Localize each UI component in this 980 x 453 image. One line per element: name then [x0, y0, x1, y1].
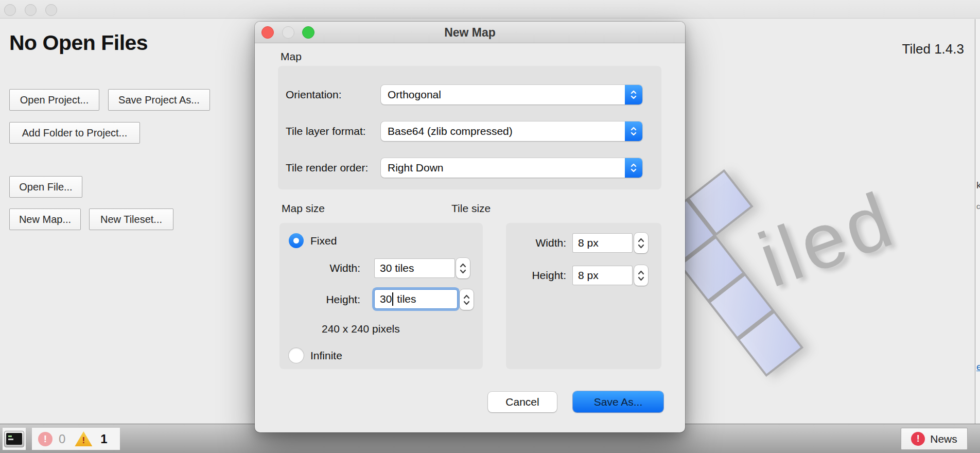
- dropdown-arrows-icon: [625, 158, 642, 178]
- app-version-label: Tiled 1.4.3: [902, 41, 964, 57]
- pixel-size-summary: 240 x 240 pixels: [322, 323, 400, 335]
- new-map-button[interactable]: New Map...: [9, 208, 81, 230]
- fixed-radio-label: Fixed: [310, 235, 337, 247]
- new-map-dialog: New Map Map Orientation: Orthogonal Tile…: [255, 22, 685, 432]
- map-width-input[interactable]: 30 tiles: [375, 259, 454, 277]
- issues-counter[interactable]: 0 1: [32, 428, 120, 450]
- map-group-label: Map: [281, 50, 302, 63]
- tile-width-input[interactable]: 8 px: [573, 234, 632, 252]
- map-width-stepper[interactable]: [456, 258, 470, 278]
- open-file-button[interactable]: Open File...: [9, 176, 82, 198]
- stepper-down-icon: [638, 276, 644, 281]
- clipped-link-fragment[interactable]: e: [976, 361, 980, 373]
- stepper-down-icon: [460, 269, 466, 274]
- tile-render-order-value: Right Down: [388, 162, 444, 174]
- dropdown-arrows-icon: [625, 85, 642, 104]
- news-button[interactable]: News: [901, 428, 968, 450]
- clipped-right-panel: k c e: [975, 19, 980, 424]
- infinite-size-radio[interactable]: Infinite: [289, 348, 342, 363]
- map-width-value: 30 tiles: [380, 262, 414, 274]
- tile-layer-format-select[interactable]: Base64 (zlib compressed): [381, 121, 642, 141]
- add-folder-to-project-button[interactable]: Add Folder to Project...: [9, 122, 140, 144]
- stepper-up-icon: [638, 238, 644, 242]
- map-height-value-before-caret: 30: [380, 293, 392, 305]
- console-toggle-button[interactable]: [3, 428, 26, 450]
- tile-render-order-select[interactable]: Right Down: [381, 158, 642, 178]
- dialog-titlebar[interactable]: New Map: [255, 22, 685, 43]
- tile-width-value: 8 px: [578, 237, 599, 249]
- map-size-group-label: Map size: [282, 202, 325, 215]
- orientation-value: Orthogonal: [388, 89, 441, 101]
- tile-height-stepper[interactable]: [634, 265, 648, 286]
- main-window-titlebar: [0, 0, 980, 19]
- stepper-up-icon: [460, 263, 466, 268]
- terminal-icon: [4, 431, 24, 447]
- close-window-icon[interactable]: [4, 4, 16, 16]
- warning-icon: [75, 431, 92, 446]
- dropdown-arrows-icon: [625, 121, 642, 141]
- stepper-up-icon: [463, 294, 470, 299]
- terminal-screen: [6, 433, 22, 445]
- zoom-dialog-icon[interactable]: [302, 26, 314, 39]
- clipped-text-fragment: k: [976, 180, 980, 191]
- fixed-size-radio[interactable]: Fixed: [289, 233, 337, 248]
- map-size-group-box: Fixed Width: 30 tiles Height: 30 tiles 2…: [279, 223, 483, 369]
- tile-height-label: Height:: [514, 269, 566, 282]
- map-height-value-after-caret: tiles: [394, 293, 416, 305]
- text-caret: [392, 292, 393, 306]
- tile-height-input[interactable]: 8 px: [573, 266, 632, 285]
- tile-render-order-label: Tile render order:: [286, 162, 381, 174]
- warning-count: 1: [100, 432, 107, 446]
- tile-size-group-box: Width: 8 px Height: 8 px: [506, 223, 661, 369]
- stepper-up-icon: [638, 270, 644, 275]
- stepper-down-icon: [638, 244, 644, 249]
- map-height-input[interactable]: 30 tiles: [375, 290, 457, 308]
- tile-size-group-label: Tile size: [451, 202, 491, 215]
- error-count: 0: [59, 432, 65, 446]
- save-project-as-button[interactable]: Save Project As...: [108, 89, 210, 111]
- tile-height-value: 8 px: [578, 269, 599, 282]
- tile-layer-format-label: Tile layer format:: [286, 125, 381, 137]
- open-project-button[interactable]: Open Project...: [9, 89, 99, 111]
- radio-unselected-icon: [289, 348, 304, 363]
- map-height-label: Height:: [305, 293, 360, 306]
- orientation-label: Orientation:: [286, 89, 381, 101]
- tile-width-stepper[interactable]: [634, 233, 648, 253]
- map-group-box: Orientation: Orthogonal Tile layer forma…: [278, 66, 661, 189]
- clipped-text-fragment: c: [976, 202, 980, 211]
- news-badge-icon: [911, 432, 925, 446]
- radio-selected-icon: [289, 233, 304, 248]
- tile-layer-format-value: Base64 (zlib compressed): [388, 125, 513, 137]
- minimize-dialog-icon: [282, 26, 294, 39]
- map-height-stepper[interactable]: [460, 289, 474, 310]
- news-button-label: News: [930, 433, 957, 445]
- tile-width-label: Width:: [517, 237, 566, 249]
- tiled-logo-text: iled: [747, 173, 906, 305]
- zoom-window-icon[interactable]: [45, 4, 57, 16]
- stepper-down-icon: [463, 301, 470, 305]
- orientation-select[interactable]: Orthogonal: [381, 85, 642, 104]
- map-width-label: Width:: [309, 262, 360, 274]
- new-tileset-button[interactable]: New Tileset...: [89, 208, 173, 230]
- minimize-window-icon[interactable]: [25, 4, 37, 16]
- page-title: No Open Files: [9, 31, 148, 55]
- infinite-radio-label: Infinite: [310, 350, 342, 362]
- cancel-button[interactable]: Cancel: [488, 392, 557, 412]
- error-icon: [38, 432, 52, 446]
- close-dialog-icon[interactable]: [261, 26, 274, 39]
- dialog-title: New Map: [255, 22, 685, 43]
- save-as-button[interactable]: Save As...: [573, 391, 663, 412]
